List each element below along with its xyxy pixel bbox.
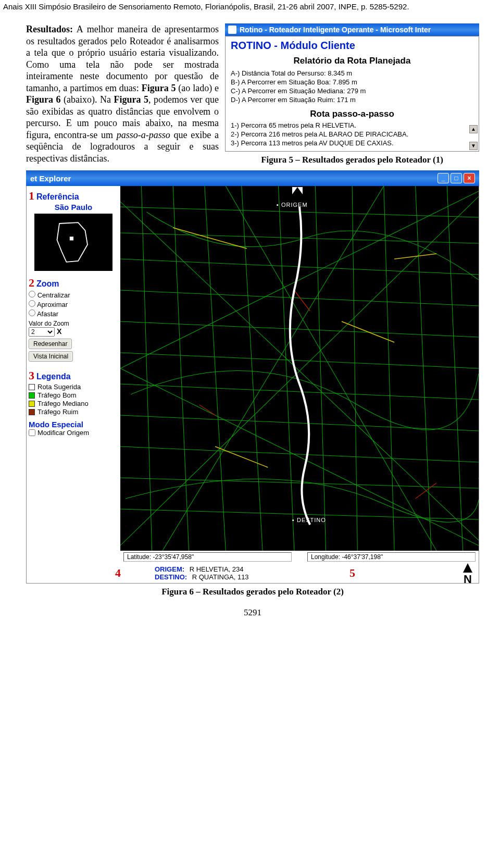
window-titlebar: Rotino - Roteador Inteligente Operante -… xyxy=(225,23,479,36)
distance-line: D-) A Percorrer em Situação Ruim: 171 m xyxy=(231,96,473,104)
scroll-up-icon[interactable]: ▲ xyxy=(469,125,478,133)
app-icon xyxy=(228,26,236,34)
modificar-origem-checkbox[interactable]: Modificar Origem xyxy=(29,429,118,437)
minimize-icon[interactable]: _ xyxy=(438,173,449,183)
origem-value: R HELVETIA, 234 xyxy=(190,565,244,573)
longitude-value: -46°37'37,198" xyxy=(342,553,383,561)
legend-item: Tráfego Bom xyxy=(29,391,118,399)
panel-number-1: 1 xyxy=(29,189,34,202)
latitude-value: -23°35'47,958" xyxy=(153,553,194,561)
map-canvas[interactable]: ▪ ORIGEM ▪ DESTINO xyxy=(120,186,479,551)
origin-destination-row: 4 ORIGEM: R HELVETIA, 234 DESTINO: R QUA… xyxy=(120,563,479,583)
destino-value: R QUATINGA, 113 xyxy=(192,573,249,581)
map-label-origem: ▪ ORIGEM xyxy=(277,202,308,208)
report-title: ROTINO - Módulo Cliente xyxy=(231,40,473,52)
vista-inicial-button[interactable]: Vista Inicinal xyxy=(29,351,73,362)
route-step: 3-) Percorra 113 metros pela AV DUQUE DE… xyxy=(231,139,473,147)
redesenhar-button[interactable]: Redesenhar xyxy=(29,339,72,349)
map-label-destino: ▪ DESTINO xyxy=(292,517,326,523)
modo-especial-title: Modo Especial xyxy=(29,420,118,429)
street-network-icon xyxy=(120,186,479,551)
figure-5: Rotino - Roteador Inteligente Operante -… xyxy=(225,23,479,165)
route-path xyxy=(290,207,310,525)
distance-line: B-) A Percorrer em Situação Boa: 7.895 m xyxy=(231,78,473,86)
route-subtitle: Rota passo-a-passo xyxy=(231,109,473,119)
window-title: Rotino - Roteador Inteligente Operante -… xyxy=(240,26,431,34)
report-subtitle: Relatório da Rota Planejada xyxy=(231,56,473,66)
figure-6: et Explorer _ □ × 1 Referência São Paulo… xyxy=(26,170,479,597)
panel-number-3: 3 xyxy=(29,369,34,382)
page-number: 5291 xyxy=(26,607,479,618)
zoom-option-afastar[interactable]: Afastar xyxy=(29,309,118,318)
route-step: 1-) Percorra 65 metros pela R HELVETIA. xyxy=(231,121,473,129)
coordinates-bar: Latitude: -23°35'47,958" Longitude: -46°… xyxy=(120,551,479,563)
map-panel: ▪ ORIGEM ▪ DESTINO Latitude: -23°35'47,9… xyxy=(120,186,479,583)
zoom-value-label: Valor do Zoom xyxy=(29,320,118,327)
legend-title: Legenda xyxy=(36,372,71,381)
zoom-value-select[interactable]: 2 xyxy=(29,327,55,337)
scroll-down-icon[interactable]: ▼ xyxy=(469,142,478,150)
zoom-option-centralizar[interactable]: Centralizar xyxy=(29,291,118,299)
page-header-citation: Anais XIII Simpósio Brasileiro de Sensor… xyxy=(0,0,500,13)
svg-rect-0 xyxy=(70,237,73,240)
pan-up-icon[interactable] xyxy=(292,187,303,194)
origem-label: ORIGEM: xyxy=(155,565,184,573)
ie-title-text: et Explorer xyxy=(30,174,71,183)
panel-number-5: 5 xyxy=(349,566,355,580)
results-lead: Resultados: xyxy=(26,24,73,34)
results-paragraph: Resultados: A melhor maneira de apresent… xyxy=(26,23,219,165)
panel-number-4: 4 xyxy=(115,566,121,580)
ie-titlebar: et Explorer _ □ × xyxy=(26,170,479,186)
compass-icon: N xyxy=(463,563,472,586)
latitude-label: Latitude: xyxy=(127,553,151,561)
legend-item: Tráfego Ruim xyxy=(29,408,118,416)
longitude-label: Longitude: xyxy=(311,553,340,561)
reference-subtitle: São Paulo xyxy=(29,203,118,212)
figure-6-caption: Figura 6 – Resultados gerados pelo Rotea… xyxy=(26,587,479,597)
legend-item: Rota Sugerida xyxy=(29,383,118,391)
legend-item: Tráfego Mediano xyxy=(29,400,118,407)
zoom-x-label: X xyxy=(57,327,61,336)
figure-5-caption: Figura 5 – Resultados gerados pelo Rotea… xyxy=(225,155,479,165)
reference-title: Referência xyxy=(36,192,79,202)
destino-label: DESTINO: xyxy=(155,573,187,581)
panel-number-2: 2 xyxy=(29,276,34,289)
distance-line: A-) Distância Total do Persurso: 8.345 m xyxy=(231,69,473,77)
close-icon[interactable]: × xyxy=(464,173,475,183)
route-step: 2-) Percorra 216 metros pela AL BARAO DE… xyxy=(231,130,473,138)
reference-map-icon[interactable] xyxy=(34,214,113,271)
distance-line: C-) A Percorrer em Situação Mediana: 279… xyxy=(231,87,473,95)
zoom-title: Zoom xyxy=(36,279,59,289)
side-panel: 1 Referência São Paulo 2 Zoom Centraliza… xyxy=(27,186,120,583)
maximize-icon[interactable]: □ xyxy=(451,173,462,183)
report-body: ROTINO - Módulo Cliente Relatório da Rot… xyxy=(225,36,479,152)
zoom-option-aproximar[interactable]: Aproximar xyxy=(29,300,118,308)
